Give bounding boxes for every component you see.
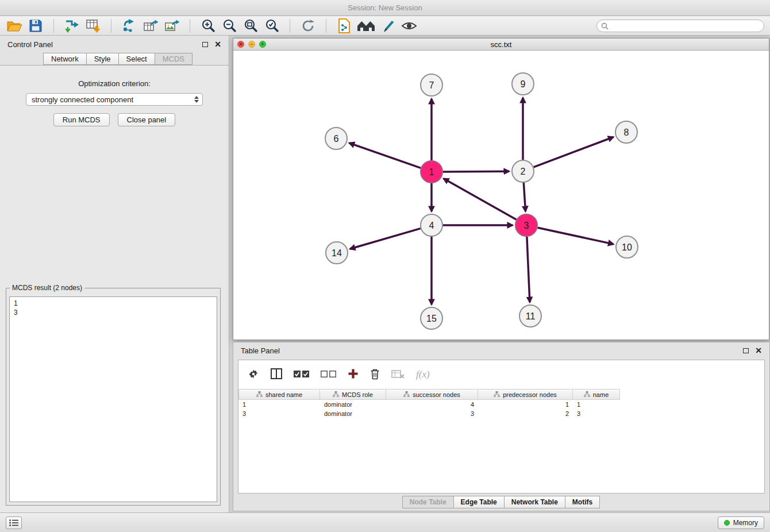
- window-minimize-button[interactable]: −: [248, 41, 255, 48]
- select-all-icon[interactable]: [294, 370, 309, 380]
- column-header-name[interactable]: name: [573, 389, 620, 400]
- column-header-predecessor-nodes[interactable]: predecessor nodes: [478, 389, 573, 400]
- zoom-out-button[interactable]: [221, 17, 238, 34]
- function-builder-icon[interactable]: f(x): [416, 369, 430, 380]
- cell-mcds-role: dominator: [320, 400, 386, 409]
- tab-edge-table[interactable]: Edge Table: [453, 496, 505, 508]
- graph-node-8[interactable]: 8: [615, 121, 637, 143]
- graph-edge-1-2[interactable]: [443, 171, 509, 172]
- graph-node-label: 6: [334, 134, 339, 144]
- graph-node-label: 1: [429, 167, 434, 177]
- zoom-selected-button[interactable]: [263, 17, 280, 34]
- style-document-icon: [338, 18, 351, 33]
- export-image-button[interactable]: [163, 17, 180, 34]
- column-header-mcds-role[interactable]: MCDS role: [320, 389, 386, 400]
- graph-node-label: 3: [524, 221, 529, 230]
- graph-node-4[interactable]: 4: [421, 214, 442, 236]
- search-input[interactable]: [596, 20, 764, 32]
- cell-name: 3: [573, 409, 620, 418]
- graph-node-7[interactable]: 7: [421, 74, 442, 96]
- memory-button[interactable]: Memory: [718, 516, 764, 529]
- graph-node-11[interactable]: 11: [519, 305, 541, 327]
- import-network-button[interactable]: [63, 17, 80, 34]
- zoom-out-icon: [222, 18, 237, 33]
- annotation-brush-button[interactable]: [379, 17, 396, 34]
- tab-node-table[interactable]: Node Table: [402, 496, 454, 508]
- optimization-dropdown[interactable]: strongly connected component: [26, 93, 203, 106]
- tab-select[interactable]: Select: [118, 53, 155, 65]
- refresh-view-button[interactable]: [299, 17, 317, 34]
- graph-node-1[interactable]: 1: [421, 161, 442, 183]
- close-panel-button[interactable]: ✕: [214, 41, 221, 47]
- table-panel-title: Table Panel: [241, 346, 280, 355]
- first-neighbors-button[interactable]: [357, 17, 375, 34]
- network-graph[interactable]: 7968124314101511: [233, 51, 769, 340]
- tab-motifs[interactable]: Motifs: [565, 496, 600, 508]
- zoom-fit-icon: [244, 18, 258, 33]
- run-mcds-button[interactable]: Run MCDS: [53, 113, 110, 126]
- window-zoom-button[interactable]: +: [259, 41, 266, 48]
- graph-edge-1-6[interactable]: [349, 143, 421, 168]
- table-panel-header: Table Panel ✕: [233, 342, 769, 358]
- network-window-titlebar[interactable]: scc.txt ✕ − +: [233, 38, 769, 51]
- float-panel-button[interactable]: [202, 42, 208, 47]
- toolbar-separator: [326, 19, 326, 33]
- save-session-button[interactable]: [27, 17, 44, 34]
- graph-node-3[interactable]: 3: [515, 214, 537, 236]
- mcds-result-list[interactable]: 13: [9, 296, 217, 502]
- column-header-successor-nodes[interactable]: successor nodes: [386, 389, 478, 400]
- apply-style-button[interactable]: [336, 17, 353, 34]
- graph-node-label: 2: [521, 167, 526, 176]
- graph-node-2[interactable]: 2: [512, 160, 534, 182]
- close-panel-button-bottom[interactable]: Close panel: [118, 113, 176, 126]
- graph-edge-4-14[interactable]: [350, 229, 421, 249]
- graph-node-15[interactable]: 15: [421, 307, 442, 329]
- deselect-all-icon[interactable]: [321, 370, 336, 380]
- export-table-button[interactable]: [142, 17, 159, 34]
- export-table-icon: [143, 19, 159, 33]
- sort-hierarchy-icon: [256, 391, 263, 398]
- gear-icon[interactable]: [248, 368, 259, 381]
- import-table-button[interactable]: [84, 17, 102, 34]
- graph-edge-3-11[interactable]: [527, 237, 530, 302]
- zoom-in-icon: [201, 18, 215, 33]
- mcds-result-title: MCDS result (2 nodes): [10, 284, 84, 292]
- graph-node-10[interactable]: 10: [616, 236, 638, 258]
- table-row[interactable]: 1dominator411: [238, 400, 764, 409]
- delete-row-icon[interactable]: [370, 368, 380, 381]
- graph-node-9[interactable]: 9: [512, 73, 534, 95]
- show-hide-button[interactable]: [401, 17, 418, 34]
- table-row[interactable]: 3dominator323: [238, 409, 764, 418]
- tab-network-table[interactable]: Network Table: [504, 496, 565, 508]
- dropdown-selected-value: strongly connected component: [32, 95, 133, 104]
- graph-node-14[interactable]: 14: [326, 242, 348, 264]
- export-network-icon: [122, 19, 137, 33]
- float-table-panel-button[interactable]: [743, 348, 749, 353]
- table-toolbar: f(x): [238, 360, 764, 389]
- graph-edge-3-10[interactable]: [538, 228, 614, 244]
- delete-table-icon[interactable]: [391, 369, 405, 380]
- network-canvas[interactable]: 7968124314101511: [233, 51, 769, 340]
- zoom-fit-button[interactable]: [242, 17, 259, 34]
- graph-node-6[interactable]: 6: [325, 128, 347, 149]
- graph-edge-2-8[interactable]: [534, 137, 614, 167]
- graph-edge-2-3[interactable]: [523, 183, 525, 211]
- sort-hierarchy-icon: [333, 391, 339, 398]
- close-table-panel-button[interactable]: ✕: [755, 348, 762, 353]
- add-row-icon[interactable]: [348, 368, 359, 381]
- window-close-button[interactable]: ✕: [237, 41, 244, 48]
- zoom-in-button[interactable]: [199, 17, 217, 34]
- graph-node-label: 4: [429, 221, 434, 230]
- window-titlebar: Session: New Session: [0, 0, 770, 16]
- column-header-shared-name[interactable]: shared name: [238, 389, 320, 400]
- graph-node-label: 11: [526, 311, 536, 321]
- open-session-button[interactable]: [6, 17, 23, 34]
- tab-network[interactable]: Network: [43, 53, 87, 65]
- tab-mcds[interactable]: MCDS: [155, 53, 192, 65]
- graph-edge-3-1[interactable]: [444, 179, 517, 219]
- task-history-button[interactable]: [6, 516, 22, 529]
- export-network-button[interactable]: [121, 17, 138, 34]
- columns-icon[interactable]: [271, 368, 282, 381]
- tab-style[interactable]: Style: [86, 53, 119, 65]
- network-window-title: scc.txt: [233, 40, 769, 49]
